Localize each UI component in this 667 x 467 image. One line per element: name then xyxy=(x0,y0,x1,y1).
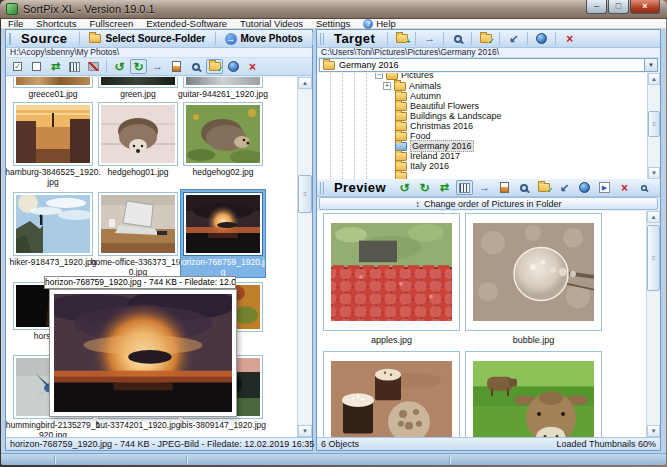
source-scrollbar[interactable]: ▲ ≡ ▼ xyxy=(297,77,312,437)
thumbnail-size-icon[interactable] xyxy=(66,59,83,74)
tree-item-pictures[interactable]: −Pictures xyxy=(375,73,434,80)
target-folder-combobox[interactable]: Germany 2016 ▼ xyxy=(319,58,658,72)
rotate-left-icon[interactable]: ↺ xyxy=(111,59,128,74)
scroll-down-icon[interactable]: ▼ xyxy=(647,425,660,437)
menu-settings[interactable]: Settings xyxy=(316,18,350,29)
swap-arrows-icon[interactable]: ⇄ xyxy=(47,59,64,74)
thumbnail-horizon-selected[interactable]: horizon-768759_1920.jpg xyxy=(181,190,265,277)
thumbnail-home-office[interactable]: home-office-336373_1920.jpg xyxy=(96,192,180,277)
menu-file[interactable]: File xyxy=(8,18,23,29)
move-right-icon[interactable]: → xyxy=(149,59,166,74)
rotate-right-icon[interactable]: ↻ xyxy=(416,180,433,195)
menu-help[interactable]: ?Help xyxy=(363,18,396,29)
thumbnail-green[interactable]: green.jpg xyxy=(96,77,180,100)
thumbnail-guitar[interactable]: guitar-944261_1920.jpg xyxy=(181,77,265,100)
video-play-icon[interactable]: ▶ xyxy=(596,180,613,195)
window-controls: – □ × xyxy=(585,0,660,14)
menu-tutorial-videos[interactable]: Tutorial Videos xyxy=(240,18,303,29)
minimize-button[interactable]: – xyxy=(586,0,607,14)
folder-check-icon[interactable]: ✓ xyxy=(536,180,553,195)
preview-thumbnail-apples[interactable]: apples.jpg xyxy=(323,213,460,345)
close-button[interactable]: × xyxy=(630,0,660,14)
drag-grip-icon[interactable] xyxy=(9,33,11,45)
separator xyxy=(499,32,500,45)
image-file-icon[interactable] xyxy=(168,59,185,74)
scrollbar-thumb[interactable]: ≡ xyxy=(647,225,660,291)
loaded-thumbnails-status: Loaded Thumbnails 60% xyxy=(557,438,656,450)
tree-item-ireland-2017[interactable]: Ireland 2017 xyxy=(395,151,460,161)
tree-item-germany-2016-selected[interactable]: Germany 2016 xyxy=(395,141,474,151)
swap-arrows-icon[interactable]: ⇄ xyxy=(436,180,453,195)
tree-item-autumn[interactable]: Autumn xyxy=(395,91,441,101)
scroll-down-icon[interactable]: ▼ xyxy=(298,425,312,437)
no-camera-icon[interactable] xyxy=(85,59,102,74)
preview-thumbnail-cow[interactable] xyxy=(465,351,602,437)
expand-icon[interactable]: + xyxy=(383,82,391,90)
scrollbar-thumb[interactable]: ≡ xyxy=(648,111,660,137)
menu-shortcuts[interactable]: Shortcuts xyxy=(36,18,76,29)
preview-scr­ollbar[interactable]: ▲ ≡ ▼ xyxy=(646,211,660,437)
combobox-dropdown-icon[interactable]: ▼ xyxy=(644,59,657,71)
image-file-icon[interactable] xyxy=(496,180,513,195)
select-source-folder-button[interactable]: Select Source-Folder xyxy=(85,33,209,44)
delete-icon[interactable]: × xyxy=(244,59,261,74)
move-right-icon[interactable]: → xyxy=(421,31,438,46)
folder-check-icon[interactable]: ✓ xyxy=(206,59,223,74)
thumbnail-label: hedgehog01.jpg xyxy=(90,168,186,178)
tree-item-christmas-2016[interactable]: Christmas 2016 xyxy=(395,121,473,131)
thumbnail-greece01[interactable]: greece01.jpg xyxy=(11,77,95,100)
thumbnail-hamburg[interactable]: hamburg-3846525_1920.jpg xyxy=(11,102,95,187)
collapse-icon[interactable]: − xyxy=(375,73,383,79)
preview-thumbnail-bubble[interactable]: bubble.jpg xyxy=(465,213,602,345)
maximize-button[interactable]: □ xyxy=(608,0,629,14)
scroll-up-icon[interactable]: ▲ xyxy=(648,73,660,85)
corner-arrow-icon[interactable]: ↙ xyxy=(556,180,573,195)
thumbnail-tooltip: horizon-768759_1920.jpg - 744 KB - Filed… xyxy=(44,276,236,289)
thumbnail-label: hedgehog02.jpg xyxy=(175,168,271,178)
delete-icon[interactable]: × xyxy=(616,180,633,195)
separator xyxy=(312,32,313,45)
scrollbar-thumb[interactable]: ≡ xyxy=(298,175,312,213)
separator xyxy=(106,60,107,73)
menu-fullscreen[interactable]: Fullscreen xyxy=(89,18,133,29)
web-globe-icon[interactable] xyxy=(225,59,242,74)
thumbnail-hedgehog01[interactable]: hedgehog01.jpg xyxy=(96,102,180,178)
zoom-out-icon[interactable] xyxy=(636,180,653,195)
thumbnail-hiker[interactable]: hiker-918473_1920.jpg xyxy=(11,192,95,268)
menu-extended-software[interactable]: Extended-Software xyxy=(146,18,227,29)
rotate-right-icon[interactable]: ↻ xyxy=(130,59,147,74)
rotate-left-icon[interactable]: ↺ xyxy=(396,180,413,195)
tree-item-buildings-landscape[interactable]: Buildings & Landscape xyxy=(395,111,502,121)
web-globe-icon[interactable] xyxy=(576,180,593,195)
scroll-up-icon[interactable]: ▲ xyxy=(647,211,660,223)
select-all-checkbox-icon[interactable]: ✓ xyxy=(9,59,26,74)
move-photos-button[interactable]: →Move Photos xyxy=(221,33,307,45)
change-order-button[interactable]: ↕Change order of Pictures in Folder xyxy=(319,197,658,210)
tree-item-beautiful-flowers[interactable]: Beautiful Flowers xyxy=(395,101,479,111)
scroll-up-icon[interactable]: ▲ xyxy=(298,77,312,89)
search-icon[interactable] xyxy=(187,59,204,74)
search-icon[interactable] xyxy=(449,31,466,46)
tree-item-animals[interactable]: +Animals xyxy=(383,81,441,91)
deselect-all-checkbox-icon[interactable] xyxy=(28,59,45,74)
drag-grip-icon[interactable] xyxy=(320,33,324,45)
scroll-down-icon[interactable]: ▼ xyxy=(648,167,660,179)
status-divider xyxy=(449,455,450,464)
preview-thumbnail-desserts[interactable] xyxy=(323,351,460,437)
new-folder-icon[interactable]: + xyxy=(393,31,410,46)
folder-check-icon[interactable]: ✓ xyxy=(477,31,494,46)
separator xyxy=(387,32,388,45)
move-right-icon[interactable]: → xyxy=(476,180,493,195)
tree-scrollbar[interactable]: ▲ ≡ ▼ xyxy=(647,73,660,179)
reorder-icon: ↕ xyxy=(415,199,420,209)
search-icon[interactable] xyxy=(516,180,533,195)
thumbnail-hedgehog02[interactable]: hedgehog02.jpg xyxy=(181,102,265,178)
corner-arrow-icon[interactable]: ↙ xyxy=(505,31,522,46)
tree-item-italy-2016[interactable]: Italy 2016 xyxy=(395,161,449,171)
thumbnail-label: greece01.jpg xyxy=(6,90,101,100)
thumbnail-size-icon[interactable] xyxy=(456,180,473,195)
delete-icon[interactable]: × xyxy=(561,31,578,46)
drag-grip-icon[interactable] xyxy=(320,182,324,194)
tree-item-partial[interactable] xyxy=(395,171,407,179)
web-globe-icon[interactable] xyxy=(533,31,550,46)
